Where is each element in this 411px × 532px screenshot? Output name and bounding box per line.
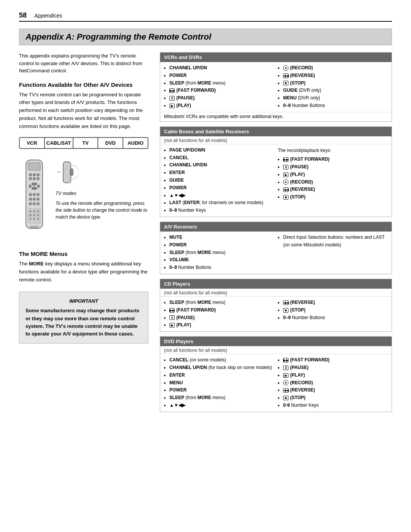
functions-body: The TV's remote control can be programme… bbox=[19, 91, 148, 131]
vcr-dvr-header: VCRs and DVRs bbox=[160, 53, 392, 62]
list-item: POWER bbox=[169, 241, 274, 249]
list-item: GUIDE (DVR only) bbox=[283, 87, 388, 94]
list-item: CHANNEL UP/DN bbox=[169, 161, 274, 169]
selector-cablsat[interactable]: CABL/SAT bbox=[45, 138, 73, 148]
list-item: MUTE bbox=[169, 234, 274, 241]
svg-rect-33 bbox=[63, 162, 71, 183]
cd-note: (not all functions for all models) bbox=[160, 289, 392, 297]
list-item: ■ (STOP) bbox=[283, 307, 388, 314]
svg-point-4 bbox=[37, 173, 40, 176]
svg-rect-10 bbox=[29, 185, 31, 188]
svg-point-2 bbox=[29, 173, 32, 176]
cable-content: PAGE UP/DOWN CANCEL CHANNEL UP/DN ENTER … bbox=[160, 144, 392, 217]
av-receivers-content: MUTE POWER SLEEP (from MORE menu) VOLUME… bbox=[160, 232, 392, 274]
list-item: ▶▶ (FAST FORWARD) bbox=[169, 307, 274, 314]
list-item: ▶▶ (FAST FORWARD) bbox=[283, 156, 388, 163]
svg-point-18 bbox=[37, 198, 40, 201]
svg-point-12 bbox=[33, 185, 36, 188]
list-item: ⏸ (PAUSE) bbox=[169, 314, 274, 322]
list-item: MENU (DVR only) bbox=[283, 94, 388, 102]
cd-players-box: CD Players (not all functions for all mo… bbox=[160, 279, 392, 332]
important-body: Some manufacturers may change their prod… bbox=[25, 307, 142, 338]
list-item: ▶ (PLAY) bbox=[283, 372, 388, 379]
list-item: SLEEP (from MORE menu) bbox=[169, 299, 274, 307]
right-column: VCRs and DVRs CHANNEL UP/DN POWER SLEEP … bbox=[160, 52, 392, 417]
cable-box: Cable Boxes and Satellite Receivers (not… bbox=[160, 126, 392, 217]
cd-players-header: CD Players bbox=[160, 279, 392, 289]
list-item: LAST (ENTER; for channels on some models… bbox=[169, 199, 274, 207]
important-title: IMPORTANT bbox=[25, 297, 142, 305]
svg-rect-32 bbox=[30, 226, 39, 228]
list-item: ◀◀ (REVERSE) bbox=[283, 387, 388, 394]
list-item: SLEEP (from MORE menu) bbox=[169, 80, 274, 87]
list-item: ⏸ (PAUSE) bbox=[283, 163, 388, 171]
list-item: ▶ (PLAY) bbox=[169, 321, 274, 329]
svg-point-21 bbox=[37, 202, 40, 205]
vcr-dvr-box: VCRs and DVRs CHANNEL UP/DN POWER SLEEP … bbox=[160, 52, 392, 122]
list-item: GUIDE bbox=[169, 177, 274, 184]
svg-point-16 bbox=[29, 198, 32, 201]
cable-header: Cable Boxes and Satellite Receivers bbox=[160, 127, 392, 136]
more-menus-title: The MORE Menus bbox=[19, 251, 148, 257]
svg-point-5 bbox=[29, 177, 32, 180]
more-menus-body: The MORE key displays a menu showing add… bbox=[19, 260, 148, 284]
list-item: CANCEL bbox=[169, 154, 274, 162]
svg-point-23 bbox=[29, 210, 32, 212]
svg-point-14 bbox=[33, 193, 36, 196]
list-item: POWER bbox=[169, 184, 274, 192]
svg-point-17 bbox=[33, 198, 36, 201]
list-item: ▲▼◀▶ bbox=[169, 402, 274, 409]
cable-col2: The record/playback keys: ▶▶ (FAST FORWA… bbox=[278, 147, 388, 214]
dvd-players-header: DVD Players bbox=[160, 337, 392, 346]
list-item: 0–9 Number Buttons bbox=[169, 264, 274, 272]
dvd-players-box: DVD Players (not all functions for all m… bbox=[160, 336, 392, 412]
list-item: ENTER bbox=[169, 169, 274, 177]
dvd-note: (not all functions for all models) bbox=[160, 346, 392, 354]
list-item: PAGE UP/DOWN bbox=[169, 147, 274, 154]
selector-dvd[interactable]: DVD bbox=[98, 138, 123, 148]
list-item: ▲▼◀▶ bbox=[169, 192, 274, 200]
remote-selector: VCR CABL/SAT TV DVD AUDIO bbox=[19, 137, 148, 149]
list-item: ◀◀ (REVERSE) bbox=[283, 186, 388, 193]
svg-point-31 bbox=[37, 218, 39, 220]
list-item: CHANNEL UP/DN bbox=[169, 64, 274, 72]
list-item: VOLUME bbox=[169, 256, 274, 264]
list-item: Direct Input Selection buttons: numbers … bbox=[283, 234, 388, 249]
list-item: ⏸ (PAUSE) bbox=[169, 94, 274, 102]
list-item: ▶▶ (FAST FORWARD) bbox=[169, 87, 274, 94]
list-item: POWER bbox=[169, 387, 274, 394]
list-item: ● (RECORD) bbox=[283, 379, 388, 387]
list-item: CHANNEL UP/DN (for track skip on some mo… bbox=[169, 364, 274, 372]
selector-tv[interactable]: TV bbox=[73, 138, 99, 148]
svg-point-13 bbox=[29, 193, 32, 196]
list-item: ◀◀ (REVERSE) bbox=[283, 299, 388, 307]
selector-vcr[interactable]: VCR bbox=[20, 138, 45, 148]
list-item: ■ (STOP) bbox=[283, 193, 388, 201]
av-receivers-box: A/V Receivers MUTE POWER SLEEP (from MOR… bbox=[160, 222, 392, 274]
svg-point-28 bbox=[37, 214, 39, 216]
list-item: ● (RECORD) bbox=[283, 179, 388, 186]
list-item: SLEEP (from MORE menu) bbox=[169, 249, 274, 257]
selector-audio[interactable]: AUDIO bbox=[123, 138, 148, 148]
av-col2: Direct Input Selection buttons: numbers … bbox=[278, 234, 388, 272]
dvd-col2: ▶▶ (FAST FORWARD) ⏸ (PAUSE) ▶ (PLAY) ● (… bbox=[278, 356, 388, 409]
tv-modes-label: TV modes bbox=[56, 191, 148, 196]
remote-desc: TV modes To use the remote after program… bbox=[56, 158, 148, 220]
section-title-header: Appendices bbox=[34, 13, 62, 19]
remote-image-area: TV modes To use the remote after program… bbox=[19, 154, 148, 247]
svg-point-30 bbox=[33, 218, 35, 220]
list-item: POWER bbox=[169, 72, 274, 80]
cd-col1: SLEEP (from MORE menu) ▶▶ (FAST FORWARD)… bbox=[164, 299, 274, 329]
cable-col1: PAGE UP/DOWN CANCEL CHANNEL UP/DN ENTER … bbox=[164, 147, 274, 214]
vcr-dvr-compat-note: Mitsubishi VCRs are compatible with some… bbox=[160, 112, 392, 121]
svg-point-27 bbox=[33, 214, 35, 216]
remote-illustration bbox=[19, 158, 49, 243]
intro-text: This appendix explains programming the T… bbox=[19, 52, 148, 75]
list-item: 0–9 Number Buttons bbox=[283, 102, 388, 110]
vcr-dvr-col2: ● (RECORD) ◀◀ (REVERSE) ■ (STOP) GUIDE (… bbox=[278, 64, 388, 110]
svg-point-24 bbox=[33, 210, 35, 212]
left-column: This appendix explains programming the T… bbox=[19, 52, 148, 417]
svg-point-3 bbox=[33, 173, 36, 176]
list-item: ◀◀ (REVERSE) bbox=[283, 72, 388, 80]
list-item: SLEEP (from MORE menu) bbox=[169, 394, 274, 402]
